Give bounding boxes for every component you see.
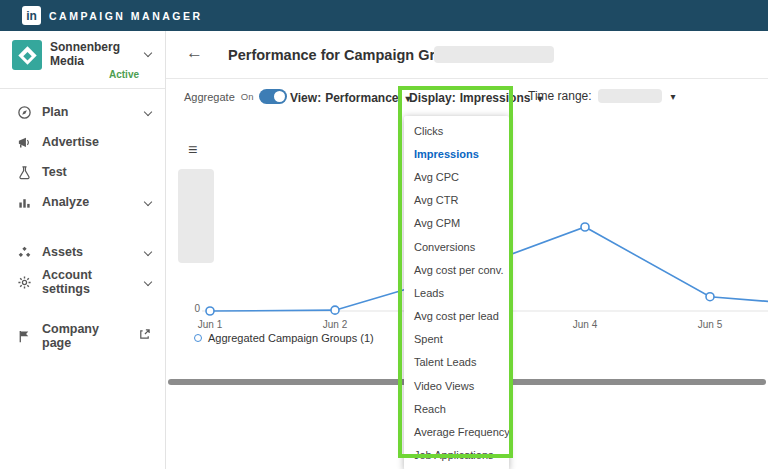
- sidebar-menu: Plan Advertise Test Analyze: [0, 89, 165, 351]
- external-link-icon: [138, 327, 151, 345]
- sidebar-item-test[interactable]: Test: [0, 157, 165, 187]
- sidebar-item-label: Test: [42, 165, 151, 179]
- view-value: Performance: [325, 91, 398, 105]
- display-dropdown-menu: ClicksImpressionsAvg CPCAvg CTRAvg CPMCo…: [404, 116, 509, 469]
- topbar: in CAMPAIGN MANAGER: [0, 0, 768, 31]
- account-name: Sonnenberg Media: [50, 40, 145, 68]
- redacted-time-range-value: [598, 89, 662, 103]
- test-icon: [16, 165, 32, 180]
- dropdown-item[interactable]: Avg cost per conv.: [404, 258, 509, 281]
- gear-icon: [16, 275, 32, 290]
- sidebar-item-label: Plan: [42, 105, 135, 119]
- dropdown-item[interactable]: Avg cost per lead: [404, 305, 509, 328]
- legend-label: Aggregated Campaign Groups (1): [208, 332, 374, 344]
- dropdown-item[interactable]: Reach: [404, 397, 509, 420]
- sidebar-item-company-page[interactable]: Company page: [0, 321, 165, 351]
- dropdown-item[interactable]: Leads: [404, 281, 509, 304]
- time-range-label: Time range:: [528, 89, 592, 103]
- dropdown-item[interactable]: Clicks: [404, 119, 509, 142]
- redacted-campaign-group-name: [434, 46, 554, 63]
- advertise-icon: [16, 135, 32, 150]
- time-range-dropdown[interactable]: Time range: ▾: [528, 89, 676, 103]
- dropdown-item[interactable]: Avg CPM: [404, 212, 509, 235]
- chevron-down-icon: [144, 198, 152, 206]
- sidebar-item-advertise[interactable]: Advertise: [0, 127, 165, 157]
- analyze-icon: [16, 195, 32, 210]
- dropdown-item[interactable]: Average Frequency: [404, 420, 509, 443]
- dropdown-item[interactable]: Video Views: [404, 374, 509, 397]
- aggregate-control: Aggregate On: [184, 89, 287, 104]
- sidebar-item-assets[interactable]: Assets: [0, 237, 165, 267]
- redacted-y-axis-area: [178, 169, 214, 263]
- back-button[interactable]: ←: [186, 43, 203, 63]
- dropdown-item[interactable]: Spent: [404, 328, 509, 351]
- account-logo: [12, 40, 42, 70]
- sidebar-item-analyze[interactable]: Analyze: [0, 187, 165, 217]
- chart-point: [331, 306, 339, 314]
- aggregate-state-label: On: [241, 91, 254, 102]
- chart-point: [206, 307, 214, 315]
- assets-icon: [16, 245, 32, 260]
- dropdown-item[interactable]: Job Applications: [404, 444, 509, 467]
- display-value: Impressions: [460, 91, 531, 105]
- toggle-knob: [274, 91, 285, 102]
- chevron-down-icon: [144, 278, 152, 286]
- caret-down-icon: ▾: [671, 91, 676, 102]
- dropdown-item[interactable]: Talent Leads: [404, 351, 509, 374]
- sidebar-item-label: Assets: [42, 245, 135, 259]
- sidebar-item-label: Company page: [42, 322, 128, 350]
- dropdown-item[interactable]: Avg CTR: [404, 189, 509, 212]
- legend-marker-icon: [194, 334, 202, 342]
- linkedin-logo-icon[interactable]: in: [22, 6, 41, 25]
- campaign-manager-window: in CAMPAIGN MANAGER Sonnenberg Media Act…: [0, 0, 768, 469]
- chart-legend: Aggregated Campaign Groups (1): [194, 332, 374, 344]
- plan-icon: [16, 105, 32, 120]
- aggregate-toggle[interactable]: [259, 89, 287, 104]
- sidebar-item-label: Advertise: [42, 135, 151, 149]
- sidebar-item-account-settings[interactable]: Account settings: [0, 267, 165, 297]
- dropdown-item[interactable]: Avg CPC: [404, 165, 509, 188]
- y-axis-zero-label: 0: [188, 303, 200, 314]
- chevron-down-icon: [144, 49, 152, 57]
- chart-point: [706, 293, 714, 301]
- aggregate-label: Aggregate: [184, 91, 235, 103]
- chevron-down-icon: [144, 248, 152, 256]
- view-label: View:: [290, 91, 321, 105]
- dropdown-item[interactable]: Conversions: [404, 235, 509, 258]
- chart-menu-icon[interactable]: ≡: [188, 141, 197, 159]
- display-label: Display:: [409, 91, 456, 105]
- display-dropdown-button[interactable]: Display: Impressions ▾: [409, 91, 542, 105]
- main-area: ← Performance for Campaign Group: Aggreg…: [166, 31, 768, 469]
- account-switcher[interactable]: Sonnenberg Media Active: [0, 31, 165, 89]
- app-title: CAMPAIGN MANAGER: [49, 10, 203, 22]
- chevron-down-icon: [144, 108, 152, 116]
- account-status-badge: Active: [50, 69, 145, 80]
- view-dropdown[interactable]: View: Performance ▾: [290, 91, 411, 105]
- sidebar-item-label: Analyze: [42, 195, 135, 209]
- chart-point: [581, 223, 589, 231]
- company-page-icon: [16, 329, 32, 344]
- sidebar: Sonnenberg Media Active Plan Advertise: [0, 31, 166, 469]
- sidebar-item-label: Account settings: [42, 268, 135, 296]
- linkedin-logo-text: in: [26, 9, 37, 23]
- sidebar-item-plan[interactable]: Plan: [0, 97, 165, 127]
- dropdown-item[interactable]: Impressions: [404, 142, 509, 165]
- page-title: Performance for Campaign Group:: [228, 47, 466, 63]
